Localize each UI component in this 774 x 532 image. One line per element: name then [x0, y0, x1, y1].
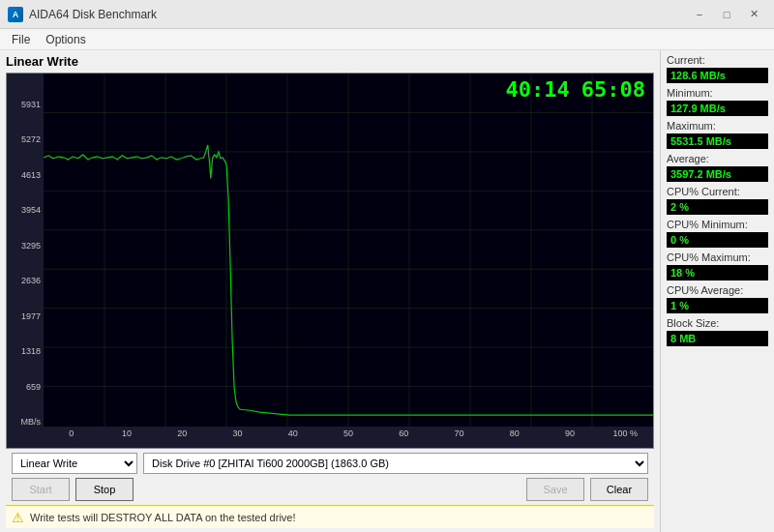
x-label-30: 30: [210, 429, 265, 438]
y-label-8: 5931: [7, 74, 44, 109]
stat-maximum-value: 5531.5 MB/s: [667, 133, 768, 149]
stat-cpu-average: CPU% Average: 1 %: [667, 284, 768, 313]
stat-cpu-minimum: CPU% Minimum: 0 %: [667, 219, 768, 248]
maximize-button[interactable]: □: [714, 5, 739, 24]
stat-block-size-label: Block Size:: [667, 317, 768, 329]
clear-button[interactable]: Clear: [590, 478, 648, 501]
stat-cpu-minimum-label: CPU% Minimum:: [667, 219, 768, 230]
y-label-0: 659: [7, 356, 44, 392]
save-button[interactable]: Save: [526, 478, 584, 501]
timer1: 40:14: [506, 77, 570, 102]
stat-minimum-label: Minimum:: [667, 87, 768, 99]
bottom-controls: Linear Write Disk Drive #0 [ZHITAI Ti600…: [6, 449, 654, 505]
stat-average: Average: 3597.2 MB/s: [667, 153, 768, 182]
stat-current-value: 128.6 MB/s: [667, 68, 768, 83]
stat-block-size-value: 8 MB: [667, 331, 768, 346]
warning-bar: ⚠ Write tests will DESTROY ALL DATA on t…: [6, 505, 654, 528]
y-label-unit: MB/s: [7, 392, 44, 428]
y-label-5: 3954: [7, 180, 44, 216]
stat-cpu-minimum-value: 0 %: [667, 232, 768, 248]
x-label-70: 70: [432, 429, 487, 438]
app-icon: A: [8, 7, 23, 22]
y-label-1: 1318: [7, 321, 44, 357]
chart-title: Linear Write: [6, 54, 654, 69]
y-label-4: 3295: [7, 215, 44, 251]
stat-cpu-current: CPU% Current: 2 %: [667, 186, 768, 215]
chart-timers: 40:14 65:08: [506, 77, 645, 102]
warning-text: Write tests will DESTROY ALL DATA on the…: [30, 512, 296, 523]
x-label-10: 10: [99, 429, 154, 438]
warning-icon: ⚠: [12, 510, 24, 525]
chart-svg: [44, 74, 653, 427]
right-panel: Current: 128.6 MB/s Minimum: 127.9 MB/s …: [660, 50, 774, 532]
stat-current-label: Current:: [667, 54, 768, 66]
chart-plot-area: [44, 74, 653, 427]
stat-cpu-current-label: CPU% Current:: [667, 186, 768, 197]
menu-file[interactable]: File: [4, 31, 38, 48]
x-label-20: 20: [155, 429, 210, 438]
test-type-select[interactable]: Linear Write: [12, 453, 137, 474]
close-button[interactable]: ✕: [741, 5, 766, 24]
stat-current: Current: 128.6 MB/s: [667, 54, 768, 83]
y-label-7: 5272: [7, 109, 44, 145]
stat-maximum-label: Maximum:: [667, 120, 768, 132]
stop-button[interactable]: Stop: [75, 478, 134, 501]
x-label-80: 80: [487, 429, 542, 438]
main-container: Linear Write MB/s 659 1318 1977 2636 329…: [0, 50, 774, 532]
title-bar-left: A AIDA64 Disk Benchmark: [8, 7, 157, 22]
stat-cpu-current-value: 2 %: [667, 199, 768, 215]
stat-cpu-average-label: CPU% Average:: [667, 284, 768, 296]
x-label-0: 0: [44, 429, 99, 438]
y-axis: MB/s 659 1318 1977 2636 3295 3954 4613 5…: [7, 74, 44, 427]
x-label-60: 60: [376, 429, 432, 438]
y-label-3: 2636: [7, 251, 44, 286]
stat-cpu-maximum: CPU% Maximum: 18 %: [667, 251, 768, 281]
x-label-90: 90: [542, 429, 597, 438]
stat-cpu-maximum-label: CPU% Maximum:: [667, 251, 768, 263]
window-title: AIDA64 Disk Benchmark: [29, 8, 157, 21]
y-label-2: 1977: [7, 285, 44, 321]
timer2: 65:08: [581, 77, 645, 102]
left-panel: Linear Write MB/s 659 1318 1977 2636 329…: [0, 50, 660, 532]
title-bar: A AIDA64 Disk Benchmark − □ ✕: [0, 0, 774, 29]
start-button[interactable]: Start: [12, 478, 70, 501]
x-label-100: 100 %: [598, 429, 653, 438]
stat-cpu-maximum-value: 18 %: [667, 265, 768, 281]
x-axis: 0 10 20 30 40 50 60 70 80 90 100 %: [44, 427, 653, 448]
chart-container: MB/s 659 1318 1977 2636 3295 3954 4613 5…: [6, 73, 654, 449]
stat-average-label: Average:: [667, 153, 768, 164]
controls-row2: Start Stop Save Clear: [12, 478, 648, 501]
y-label-6: 4613: [7, 144, 44, 180]
stat-minimum-value: 127.9 MB/s: [667, 101, 768, 116]
title-controls: − □ ✕: [687, 5, 766, 24]
stat-block-size: Block Size: 8 MB: [667, 317, 768, 346]
stat-cpu-average-value: 1 %: [667, 298, 768, 313]
drive-select[interactable]: Disk Drive #0 [ZHITAI Ti600 2000GB] (186…: [143, 453, 648, 474]
menu-bar: File Options: [0, 29, 774, 50]
x-label-50: 50: [320, 429, 375, 438]
stat-average-value: 3597.2 MB/s: [667, 166, 768, 182]
menu-options[interactable]: Options: [38, 31, 93, 48]
minimize-button[interactable]: −: [687, 5, 712, 24]
x-label-40: 40: [265, 429, 320, 438]
stat-minimum: Minimum: 127.9 MB/s: [667, 87, 768, 116]
stat-maximum: Maximum: 5531.5 MB/s: [667, 120, 768, 149]
controls-row1: Linear Write Disk Drive #0 [ZHITAI Ti600…: [12, 453, 648, 474]
